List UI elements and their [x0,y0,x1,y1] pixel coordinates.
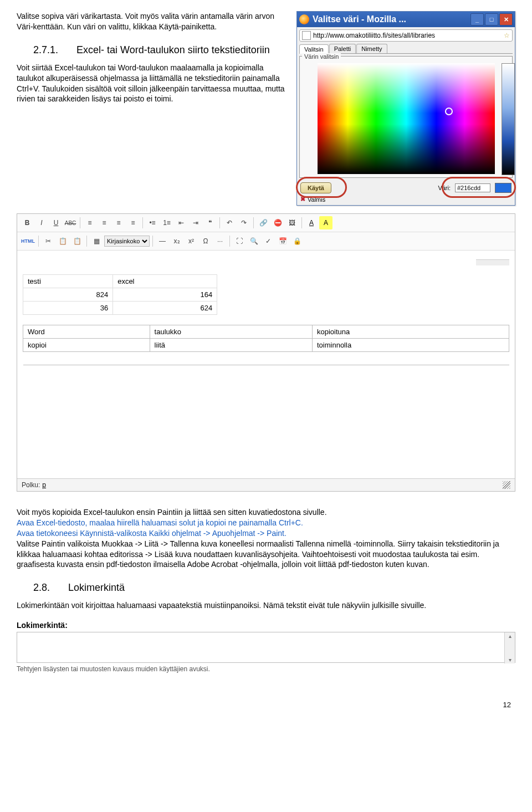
instructions-line-2: Avaa Excel-tiedosto, maalaa hiirellä hal… [17,518,303,527]
section-28-number: 2.8. [33,582,50,593]
tab-nimetty[interactable]: Nimetty [356,44,387,53]
page-break-button[interactable]: ··· [213,234,227,248]
toolbar-separator [38,236,39,247]
tab-valitsin[interactable]: Valitsin [299,44,329,54]
image-button[interactable]: 🖼 [285,216,299,229]
window-titlebar[interactable]: Valitse väri - Mozilla ... _ □ ✕ [297,12,515,27]
table-cell[interactable]: kopioi [23,339,150,352]
bookmark-star-icon[interactable]: ☆ [504,32,510,39]
toolbar-separator [301,217,302,228]
table-cell[interactable]: testi [23,275,113,288]
section-271-number: 2.7.1. [33,44,58,55]
section-28-heading: 2.8. Lokimerkintä [33,582,515,594]
color-gradient[interactable] [318,63,495,174]
align-justify-button[interactable]: ≡ [126,216,140,229]
minimize-button[interactable]: _ [470,13,484,25]
bg-color-button[interactable]: A [319,216,332,229]
maximize-button[interactable]: □ [485,13,498,25]
scroll-up-icon[interactable]: ▴ [509,633,511,639]
table-cell[interactable] [312,352,509,365]
cut-button[interactable]: ✂ [42,234,55,248]
table-cell[interactable]: 624 [113,302,217,315]
italic-button[interactable]: I [35,216,48,229]
outdent-button[interactable]: ⇤ [175,216,188,229]
superscript-button[interactable]: x² [185,234,198,248]
firefox-icon [299,14,309,24]
editor-content-area[interactable]: testi excel 824 164 36 624 Word taulukko… [17,251,515,478]
align-right-button[interactable]: ≡ [112,216,125,229]
table-cell[interactable]: 36 [23,302,113,315]
path-label: Polku: [22,481,40,489]
toolbar-separator [253,217,254,228]
textarea-scrollbar[interactable]: ▴ ▾ [504,632,515,663]
table-cell[interactable]: 164 [113,288,217,302]
underline-button[interactable]: U [49,216,63,229]
resize-handle-icon[interactable] [503,481,510,489]
bold-button[interactable]: B [21,216,34,229]
special-char-button[interactable]: Ω [199,234,212,248]
toolbar-separator [229,236,230,247]
table-cell[interactable]: Word [23,325,150,339]
editor-blank-area[interactable] [23,375,509,475]
log-entry-label: Lokimerkintä: [17,621,515,630]
unlink-button[interactable]: ⛔ [271,216,284,229]
page-number: 12 [17,701,515,709]
redo-button[interactable]: ↷ [237,216,250,229]
align-left-button[interactable]: ≡ [83,216,96,229]
picker-tabs: Valitsin Paletti Nimetty [299,44,513,54]
address-bar[interactable]: http://www.omakotiliitto.fi/sites/all/li… [299,29,513,42]
text-editor: B I U ABC ≡ ≡ ≡ ≡ •≡ 1≡ ⇤ ⇥ ❝ ↶ ↷ 🔗 ⛔ 🖼 … [17,213,515,492]
strikethrough-button[interactable]: ABC [64,216,77,229]
paste-button[interactable]: 📋 [70,234,84,248]
table-row: kopioi liitä toiminnolla [23,339,509,352]
table-button[interactable]: ▦ [90,234,103,248]
picker-bottom-row: Käytä Väri: [297,178,515,196]
bullet-list-button[interactable]: •≡ [146,216,159,229]
excel-sample-table: testi excel 824 164 36 624 [23,274,217,315]
toolbar-row-1: B I U ABC ≡ ≡ ≡ ≡ •≡ 1≡ ⇤ ⇥ ❝ ↶ ↷ 🔗 ⛔ 🖼 … [17,214,515,232]
editor-path-bar: Polku: p [17,478,515,491]
table-cell[interactable]: liitä [150,339,312,352]
tab-paletti[interactable]: Paletti [329,44,356,53]
word-sample-table: Word taulukko kopioituna kopioi liitä to… [23,325,509,365]
subscript-button[interactable]: x₂ [170,234,183,248]
table-row: testi excel [23,275,217,288]
table-cell[interactable]: taulukko [150,325,312,339]
link-button[interactable]: 🔗 [257,216,270,229]
color-picker-fieldset: Värin valitsin [299,56,513,178]
indent-button[interactable]: ⇥ [189,216,202,229]
close-button[interactable]: ✕ [499,13,513,25]
table-cell[interactable]: excel [113,275,217,288]
content-divider [476,259,509,265]
font-size-select[interactable]: Kirjasinkoko [104,236,150,247]
instructions-line-1: Voit myös kopioida Excel-taulukon ensin … [17,508,327,517]
calendar-button[interactable]: 📅 [276,234,289,248]
highlight-circle-value [442,177,516,198]
fullscreen-button[interactable]: ⛶ [233,234,246,248]
path-value[interactable]: p [42,481,46,489]
table-cell[interactable] [150,352,312,365]
scroll-down-icon[interactable]: ▾ [509,657,511,663]
table-cell[interactable] [23,352,150,365]
copy-button[interactable]: 📋 [56,234,69,248]
hr-button[interactable]: — [156,234,169,248]
table-cell[interactable]: toiminnolla [312,339,509,352]
blockquote-button[interactable]: ❝ [203,216,217,229]
undo-button[interactable]: ↶ [223,216,236,229]
intro-paragraph-1: Valitse sopiva väri värikartasta. Voit m… [17,11,285,32]
align-center-button[interactable]: ≡ [98,216,111,229]
highlight-circle-apply [296,177,347,198]
toolbar-row-2: HTML ✂ 📋 📋 ▦ Kirjasinkoko — x₂ x² Ω ··· … [17,232,515,251]
spellcheck-button[interactable]: ✓ [262,234,275,248]
picker-cursor-icon [445,108,453,115]
lightness-strip[interactable] [502,63,515,175]
html-button[interactable]: HTML [21,234,35,248]
numbered-list-button[interactable]: 1≡ [160,216,173,229]
table-cell[interactable]: kopioituna [312,325,509,339]
lock-button[interactable]: 🔒 [290,234,304,248]
section-28-title: Lokimerkintä [68,582,125,593]
find-button[interactable]: 🔍 [247,234,260,248]
text-color-button[interactable]: A [305,216,318,229]
log-entry-textarea[interactable]: ▴ ▾ [17,632,515,663]
table-cell[interactable]: 824 [23,288,113,302]
